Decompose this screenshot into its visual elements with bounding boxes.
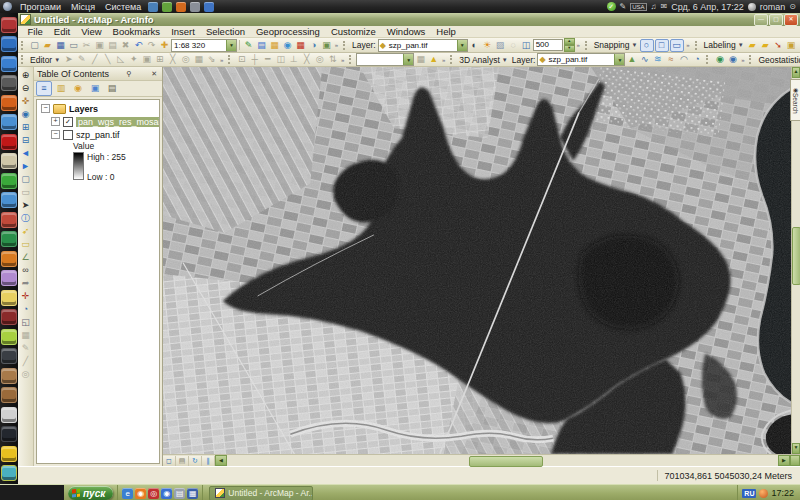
keyboard-layout-indicator[interactable]: USA [630, 3, 646, 11]
swipe-layer-icon[interactable]: ◫ [520, 39, 533, 51]
pan-tool[interactable]: ✜ [19, 95, 32, 108]
fixed-zoom-out-tool[interactable]: ⊟ [19, 134, 32, 147]
hyperlink-tool[interactable]: ➶ [19, 225, 32, 238]
horizontal-scrollbar[interactable] [227, 456, 778, 465]
edge-snapping-icon[interactable]: ▭ [670, 39, 684, 52]
close-icon[interactable]: ✕ [149, 70, 159, 78]
save-icon[interactable]: ▦ [54, 39, 67, 51]
label-weight-icon[interactable]: ➘ [772, 39, 785, 51]
close-button[interactable]: ✕ [784, 14, 798, 26]
dock-compass-icon[interactable] [1, 212, 17, 228]
toolbar-overflow-icon[interactable]: » [739, 57, 746, 63]
effects-layer-combo[interactable]: ◆ szp_pan.tif ▼ [378, 39, 468, 52]
analyst3d-layer-value[interactable]: szp_pan.tif [547, 55, 590, 64]
editor-menu[interactable]: Editor [28, 55, 54, 65]
menu-places[interactable]: Місця [66, 2, 100, 12]
chevron-down-icon[interactable]: ▼ [226, 40, 236, 51]
clear-selection-tool[interactable]: ▭ [19, 186, 32, 199]
chevron-down-icon[interactable]: ▼ [457, 40, 467, 51]
toolbar-overflow-icon[interactable]: » [575, 42, 582, 48]
dock-pixel-app-icon[interactable] [1, 75, 17, 91]
satellite-imagery[interactable] [163, 67, 791, 454]
quicklaunch-save-icon[interactable]: ▦ [187, 488, 198, 499]
fixed-zoom-in-tool[interactable]: ⊞ [19, 121, 32, 134]
dim-level-icon[interactable]: ◌ [507, 39, 520, 51]
user-menu[interactable]: roman [760, 2, 786, 12]
topo-cross-icon[interactable]: ┼ [248, 54, 261, 66]
cut-icon[interactable]: ✂ [80, 39, 93, 51]
title-bar[interactable]: Untitled - ArcMap - ArcInfo —▢✕ [18, 13, 800, 26]
quicklaunch-firefox-icon[interactable]: ◉ [135, 488, 146, 499]
analyst3d-menu[interactable]: 3D Analyst [457, 55, 502, 65]
full-extent-tool[interactable]: ◉ [19, 108, 32, 121]
select-elements-tool[interactable]: ➤ [19, 199, 32, 212]
edit-split-icon[interactable]: ⊞ [153, 54, 166, 66]
dock-player-icon[interactable] [1, 348, 17, 364]
scroll-down-icon[interactable]: ▼ [792, 443, 800, 454]
interpolate-line-icon[interactable]: ∿ [638, 54, 651, 66]
scale-combo[interactable]: 1:68 320 ▼ [171, 39, 237, 52]
map-view[interactable] [163, 67, 791, 454]
list-by-drawing-order-icon[interactable]: ≡ [36, 81, 52, 96]
menu-item[interactable]: Geoprocessing [250, 26, 325, 37]
find-route-tool[interactable]: ➦ [19, 277, 32, 290]
menu-applications[interactable]: Програми [15, 2, 66, 12]
copy-icon[interactable]: ▣ [93, 39, 106, 51]
vertical-scroll-thumb[interactable] [792, 227, 800, 285]
scroll-up-icon[interactable]: ▲ [792, 67, 800, 78]
edit-star-icon[interactable]: ✦ [127, 54, 140, 66]
edit-arrow-icon[interactable]: ➤ [62, 54, 75, 66]
power-icon[interactable]: ⊙ [789, 3, 796, 11]
launcher-help-icon[interactable] [204, 2, 214, 12]
edit-sketch-icon[interactable]: ✎ [75, 54, 88, 66]
dock-chat-icon[interactable] [1, 192, 17, 208]
menu-item[interactable]: Bookmarks [107, 26, 166, 37]
dock-firefox-icon[interactable] [1, 95, 17, 111]
sketch-tool[interactable]: ╱ [19, 355, 32, 368]
topo-circle-icon[interactable]: ◎ [313, 54, 326, 66]
toc-layer-row[interactable]: − szp_pan.tif [37, 128, 159, 141]
open-folder-icon[interactable]: ▰ [41, 39, 54, 51]
transparency-icon[interactable]: ▨ [494, 39, 507, 51]
lock-labels-icon[interactable]: ▣ [785, 39, 798, 51]
toolbar-grip[interactable] [21, 55, 26, 64]
toc-layer-row[interactable]: + ✓ pan_wgs_res_mosaic_ProjectRa.img [37, 115, 159, 128]
geostat-menu[interactable]: Geostatistical Analyst [756, 55, 800, 65]
dock-chrome-icon[interactable] [1, 114, 17, 130]
search-dock-tab[interactable]: ◉ Search [790, 79, 800, 121]
dataframe-name[interactable]: Layers [69, 104, 98, 114]
print-icon[interactable]: ▭ [67, 39, 80, 51]
dock-gis-icon[interactable] [1, 231, 17, 247]
minimize-button[interactable]: — [754, 14, 768, 26]
data-view-button[interactable]: ◻ [163, 456, 176, 466]
time-slider-tool[interactable]: ◔ [19, 303, 32, 316]
quicklaunch-globe-icon[interactable]: ◉ [161, 488, 172, 499]
edit-vertices-tool[interactable]: ✎ [19, 342, 32, 355]
dock-photoshop-icon[interactable] [1, 36, 17, 52]
edit-line-icon[interactable]: ╱ [88, 54, 101, 66]
quicklaunch-ie-icon[interactable]: e [122, 488, 133, 499]
pin-icon[interactable]: ⚲ [125, 70, 134, 78]
start-button[interactable]: пуск [68, 486, 113, 500]
select-features-tool[interactable]: ▢ [19, 173, 32, 186]
dock-anchor-icon[interactable] [1, 17, 17, 33]
snapping-menu[interactable]: Snapping [592, 40, 632, 50]
layer-name-selected[interactable]: pan_wgs_res_mosaic_ProjectRa.img [76, 117, 159, 127]
snap-options-tool[interactable]: ◎ [19, 368, 32, 381]
layer-checkbox-unchecked[interactable] [63, 130, 73, 140]
toc-dataframe-row[interactable]: − Layers [37, 102, 159, 115]
edit-attributes-icon[interactable]: ▣ [140, 54, 153, 66]
edit-cut-icon[interactable]: ╳ [166, 54, 179, 66]
model-builder-icon[interactable]: ▣ [320, 39, 333, 51]
dock-cad-icon[interactable] [1, 153, 17, 169]
vertical-scrollbar[interactable]: ▲ ▼ [791, 67, 800, 454]
menu-system[interactable]: Система [100, 2, 146, 12]
dock-archive-icon[interactable] [1, 368, 17, 384]
topo-swap-icon[interactable]: ⇅ [326, 54, 339, 66]
toolbar-overflow-icon[interactable]: » [685, 42, 692, 48]
toolbar-grip[interactable] [706, 55, 711, 64]
update-notifier-icon[interactable]: ✓ [607, 2, 616, 11]
menu-item[interactable]: File [22, 26, 48, 37]
menu-item[interactable]: View [76, 26, 107, 37]
edit-table-icon[interactable]: ▦ [192, 54, 205, 66]
